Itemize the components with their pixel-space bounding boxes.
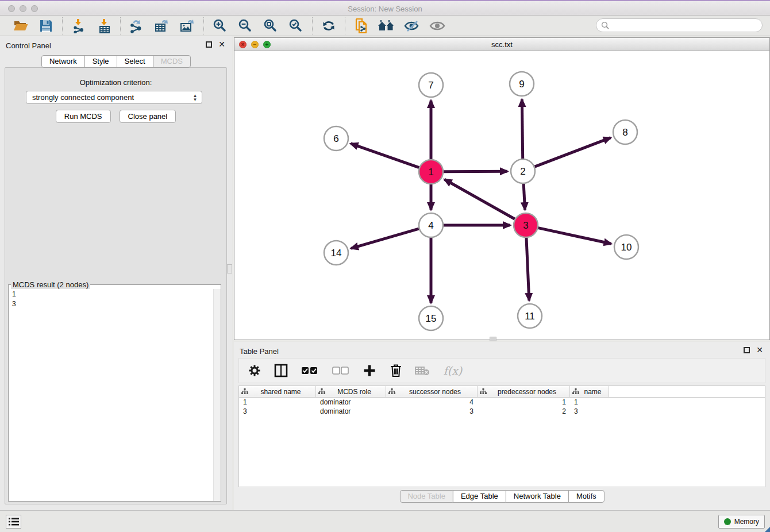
- close-panel-button[interactable]: Close panel: [120, 110, 176, 123]
- import-table-button[interactable]: [95, 17, 113, 34]
- zoom-selected-button[interactable]: [287, 17, 305, 34]
- memory-button[interactable]: Memory: [718, 515, 765, 529]
- show-hidden-button[interactable]: [428, 17, 446, 34]
- zoom-fit-button[interactable]: [261, 17, 280, 34]
- save-session-button[interactable]: [37, 17, 55, 34]
- float-panel-icon[interactable]: [206, 41, 212, 48]
- close-table-panel-icon[interactable]: ✕: [756, 347, 763, 353]
- import-network-button[interactable]: [70, 17, 88, 34]
- clone-network-button[interactable]: [352, 17, 371, 34]
- cell-shared-name[interactable]: 3: [239, 407, 316, 415]
- cell-successor-nodes[interactable]: 3: [386, 407, 478, 415]
- resize-grip-icon[interactable]: [765, 527, 770, 532]
- zoom-out-button[interactable]: [236, 17, 255, 34]
- column-header-successor-nodes[interactable]: successor nodes: [386, 386, 478, 397]
- column-header-predecessor-nodes[interactable]: predecessor nodes: [478, 386, 570, 397]
- mcds-result-box: MCDS result (2 nodes) 1 3: [8, 280, 221, 502]
- node-label: 8: [622, 127, 627, 138]
- export-network-button[interactable]: [128, 17, 146, 34]
- hierarchy-icon: [480, 388, 487, 395]
- refresh-view-button[interactable]: [319, 17, 338, 34]
- network-window-titlebar[interactable]: × − + scc.txt: [234, 38, 769, 51]
- column-header-MCDS-role[interactable]: MCDS role: [316, 386, 386, 397]
- node-1[interactable]: 1: [419, 160, 443, 184]
- hierarchy-icon: [241, 388, 248, 395]
- delete-column-button[interactable]: [388, 363, 403, 378]
- node-8[interactable]: 8: [613, 120, 637, 144]
- edge-1-2[interactable]: [444, 171, 507, 172]
- tab-node-table[interactable]: Node Table: [399, 490, 453, 503]
- search-field[interactable]: [596, 18, 763, 32]
- tab-select[interactable]: Select: [117, 55, 153, 68]
- panel-splitter-grip[interactable]: [227, 264, 232, 273]
- table-toolbar: f(x): [238, 358, 765, 383]
- criterion-select[interactable]: strongly connected component ▲▼: [26, 91, 202, 104]
- node-15[interactable]: 15: [419, 306, 443, 330]
- cell-name[interactable]: 1: [570, 398, 609, 406]
- cell-predecessor-nodes[interactable]: 2: [478, 407, 570, 415]
- zoom-in-button[interactable]: [211, 17, 229, 34]
- column-header-shared-name[interactable]: shared name: [239, 386, 316, 397]
- column-header-name[interactable]: name: [570, 386, 609, 397]
- node-4[interactable]: 4: [419, 213, 443, 237]
- node-2[interactable]: 2: [511, 159, 535, 183]
- search-input[interactable]: [612, 21, 756, 30]
- deselect-all-button[interactable]: [331, 363, 351, 378]
- cell-predecessor-nodes[interactable]: 1: [478, 398, 570, 406]
- node-7[interactable]: 7: [419, 73, 443, 97]
- table-splitter-grip[interactable]: [490, 337, 496, 341]
- table-row[interactable]: 3dominator323: [239, 407, 765, 416]
- column-layout-button[interactable]: [274, 363, 288, 378]
- edge-1-6[interactable]: [351, 144, 419, 168]
- function-builder-button[interactable]: f(x): [441, 363, 464, 378]
- cell-name[interactable]: 3: [570, 407, 609, 415]
- result-scrollbar[interactable]: [213, 289, 221, 501]
- float-table-panel-icon[interactable]: [744, 347, 750, 353]
- export-image-button[interactable]: [178, 17, 197, 34]
- open-folder-icon: [13, 19, 28, 33]
- network-canvas[interactable]: 7968124314101511: [234, 52, 769, 340]
- edge-3-11[interactable]: [526, 238, 529, 300]
- tab-mcds[interactable]: MCDS: [153, 55, 191, 68]
- cell-MCDS-role[interactable]: dominator: [316, 407, 386, 415]
- zoom-selected-icon: [288, 18, 303, 33]
- run-mcds-button[interactable]: Run MCDS: [56, 110, 111, 123]
- edge-2-9[interactable]: [522, 99, 522, 159]
- table-settings-button[interactable]: [247, 363, 262, 378]
- show-all-networks-button[interactable]: [378, 17, 396, 34]
- select-all-button[interactable]: [300, 363, 319, 378]
- cell-MCDS-role[interactable]: dominator: [316, 398, 386, 406]
- node-label: 3: [523, 220, 528, 231]
- task-history-button[interactable]: [6, 515, 21, 529]
- node-9[interactable]: 9: [510, 72, 534, 96]
- tab-network[interactable]: Network: [41, 55, 85, 68]
- table-body: 1dominator4113dominator323: [239, 398, 765, 416]
- cell-successor-nodes[interactable]: 4: [386, 398, 478, 406]
- edge-4-14[interactable]: [351, 229, 419, 248]
- edge-2-3[interactable]: [523, 184, 525, 210]
- node-table[interactable]: shared nameMCDS rolesuccessor nodesprede…: [238, 385, 765, 487]
- select-stepper-icon: ▲▼: [191, 92, 199, 102]
- edge-3-1[interactable]: [445, 179, 515, 219]
- node-6[interactable]: 6: [324, 126, 348, 151]
- hide-selected-button[interactable]: [403, 17, 421, 34]
- cell-shared-name[interactable]: 1: [239, 398, 316, 406]
- edge-2-8[interactable]: [535, 138, 611, 167]
- node-10[interactable]: 10: [614, 235, 638, 259]
- node-3[interactable]: 3: [514, 213, 538, 237]
- tab-edge-table[interactable]: Edge Table: [453, 490, 506, 503]
- tab-style[interactable]: Style: [84, 55, 117, 68]
- edge-3-10[interactable]: [538, 228, 611, 244]
- control-panel-tabs: NetworkStyleSelectMCDS: [0, 55, 232, 68]
- export-table-icon: [154, 18, 170, 33]
- node-14[interactable]: 14: [324, 241, 348, 265]
- delete-table-button[interactable]: [415, 363, 430, 378]
- tab-motifs[interactable]: Motifs: [568, 490, 605, 503]
- add-column-button[interactable]: [362, 363, 377, 378]
- node-11[interactable]: 11: [518, 304, 542, 328]
- table-row[interactable]: 1dominator411: [239, 398, 765, 407]
- open-session-button[interactable]: [11, 17, 30, 34]
- tab-network-table[interactable]: Network Table: [506, 490, 569, 503]
- close-panel-icon[interactable]: ✕: [218, 41, 225, 48]
- export-table-button[interactable]: [153, 17, 171, 34]
